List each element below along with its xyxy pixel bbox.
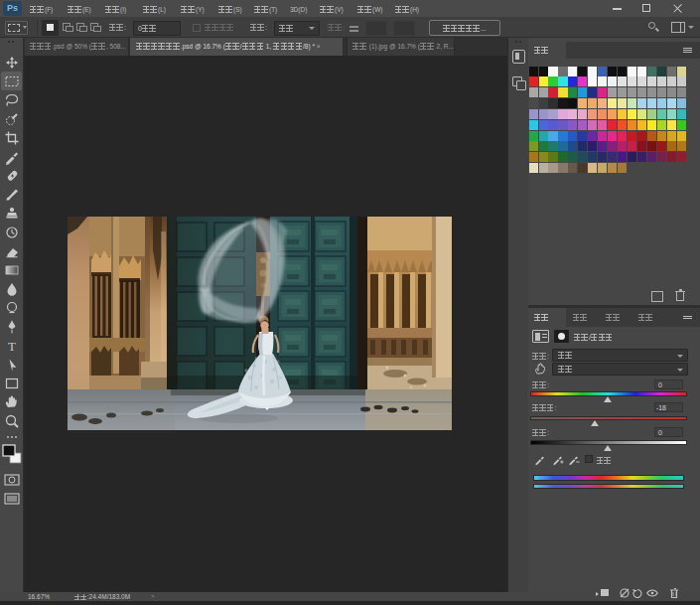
svg-text:T: T xyxy=(8,339,16,354)
